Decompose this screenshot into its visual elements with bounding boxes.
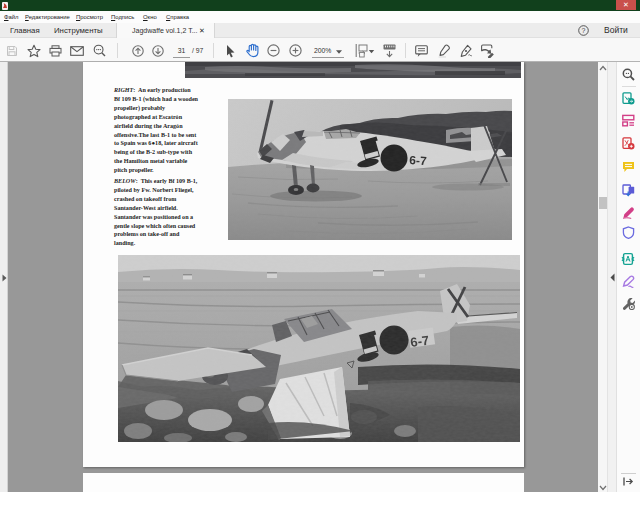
svg-text:?: ?: [582, 27, 586, 34]
